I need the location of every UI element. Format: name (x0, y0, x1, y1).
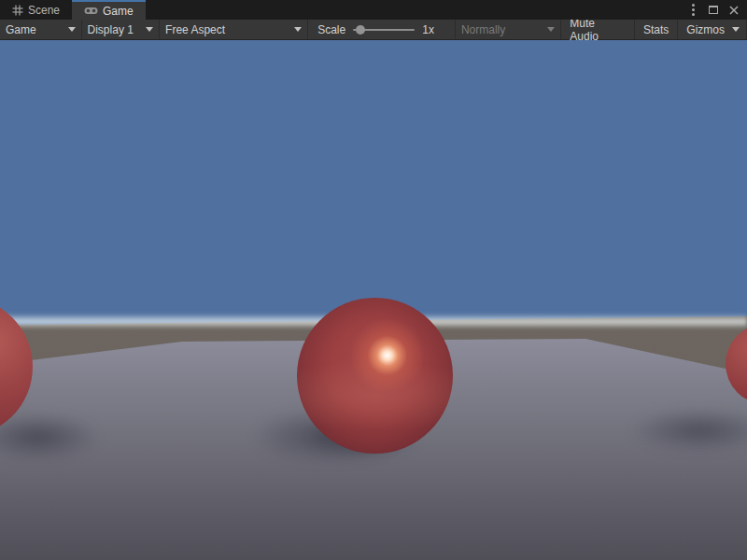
unity-game-panel: Scene Game (0, 0, 747, 560)
vsync-label: Normally (461, 23, 505, 36)
maximize-icon[interactable] (706, 3, 721, 18)
tab-bar: Scene Game (0, 0, 747, 20)
game-view-mode-label: Game (6, 23, 36, 36)
gizmos-dropdown[interactable]: Gizmos (678, 20, 747, 39)
stats-button[interactable]: Stats (635, 20, 678, 39)
sky-gradient (0, 40, 747, 329)
chevron-down-icon (547, 27, 555, 32)
vsync-dropdown: Normally (455, 20, 561, 39)
display-label: Display 1 (88, 23, 134, 36)
tab-scene[interactable]: Scene (0, 0, 72, 20)
scale-value: 1x (422, 23, 434, 36)
scale-slider-knob[interactable] (356, 25, 365, 35)
chevron-down-icon (146, 27, 153, 32)
window-controls (685, 0, 747, 20)
aspect-ratio-dropdown[interactable]: Free Aspect (160, 20, 308, 39)
aspect-ratio-label: Free Aspect (165, 23, 225, 36)
scale-slider[interactable] (353, 24, 415, 35)
kebab-menu-icon[interactable] (685, 3, 700, 18)
gizmos-label: Gizmos (686, 23, 725, 36)
chevron-down-icon (732, 27, 740, 32)
chevron-down-icon (68, 27, 76, 32)
game-render-viewport[interactable] (0, 40, 747, 560)
game-view-mode-dropdown[interactable]: Game (0, 20, 82, 39)
red-sphere-center (297, 298, 453, 454)
stats-label: Stats (643, 23, 669, 36)
tab-game[interactable]: Game (72, 0, 146, 20)
chevron-down-icon (294, 27, 302, 32)
close-icon[interactable] (726, 3, 741, 18)
game-view-toolbar: Game Display 1 Free Aspect Scale 1x Norm… (0, 20, 747, 40)
toolbar-spacer (444, 20, 455, 39)
mute-audio-label: Mute Audio (570, 17, 626, 43)
display-dropdown[interactable]: Display 1 (82, 20, 161, 39)
tab-game-label: Game (103, 5, 134, 18)
scale-label: Scale (317, 23, 345, 36)
scale-control: Scale 1x (308, 20, 444, 39)
tab-scene-label: Scene (28, 4, 60, 17)
gamepad-icon (84, 7, 98, 15)
scene-grid-icon (12, 5, 23, 16)
mute-audio-button[interactable]: Mute Audio (561, 20, 635, 39)
